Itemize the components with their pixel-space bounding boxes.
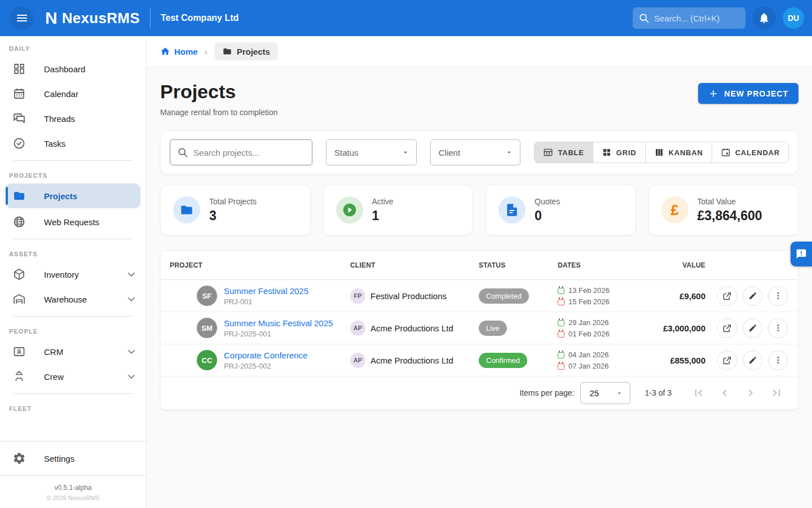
view-kanban-button[interactable]: KANBAN	[645, 142, 712, 163]
home-icon	[160, 46, 170, 56]
first-page-button[interactable]	[687, 382, 710, 404]
more-actions-button[interactable]	[768, 318, 788, 338]
chevron-right-icon	[744, 386, 757, 400]
launch-icon	[722, 291, 732, 301]
prev-page-button[interactable]	[713, 382, 736, 404]
search-icon	[177, 147, 188, 158]
sidebar-item-threads[interactable]: Threads	[0, 106, 146, 131]
sidebar-divider	[14, 160, 133, 161]
edit-project-button[interactable]	[743, 318, 762, 338]
sidebar-item-label: Threads	[44, 114, 75, 124]
edit-project-button[interactable]	[743, 286, 762, 306]
sidebar-item-settings[interactable]: Settings	[0, 446, 146, 471]
sidebar-item-tasks[interactable]: Tasks	[0, 131, 146, 156]
client-avatar: AP	[350, 353, 365, 368]
project-search-input[interactable]	[193, 148, 295, 157]
calendar-start-icon	[558, 352, 564, 358]
column-header-value: VALUE	[641, 261, 705, 269]
client-name: Acme Productions Ltd	[370, 323, 453, 333]
project-name-link[interactable]: Corporate Conference	[224, 351, 307, 360]
project-name-link[interactable]: Summer Festival 2025	[224, 286, 308, 296]
chevron-left-icon	[718, 386, 731, 400]
next-page-button[interactable]	[739, 382, 762, 404]
sidebar-divider	[14, 239, 133, 239]
global-search[interactable]	[633, 7, 745, 29]
project-name-link[interactable]: Summer Music Festival 2025	[224, 318, 333, 328]
more-actions-button[interactable]	[768, 351, 788, 370]
view-table-label: TABLE	[558, 148, 584, 157]
calendar-end-icon	[558, 299, 564, 305]
sidebar-item-label: Crew	[44, 372, 64, 382]
view-grid-button[interactable]: GRID	[593, 142, 646, 163]
sidebar-item-calendar[interactable]: Calendar	[0, 81, 146, 106]
stat-value: 0	[535, 208, 560, 224]
plus-icon	[708, 89, 718, 99]
new-project-button[interactable]: NEW PROJECT	[698, 83, 798, 104]
page-content: Projects Manage rental from to completio…	[147, 67, 812, 508]
chevron-down-icon	[126, 269, 137, 280]
global-search-input[interactable]	[654, 14, 739, 23]
stat-value: 3	[209, 208, 257, 224]
client-name: Festival Productions	[370, 291, 447, 301]
pagination: Items per page: 25 1-3 of 3	[161, 376, 798, 409]
feedback-widget-button[interactable]	[791, 242, 812, 266]
notifications-button[interactable]	[752, 6, 776, 30]
company-name: Test Company Ltd	[161, 13, 239, 23]
user-avatar[interactable]: DU	[783, 7, 804, 29]
nexus-logo-icon: N	[45, 10, 58, 27]
folder-icon	[12, 189, 26, 203]
hamburger-icon	[15, 11, 29, 25]
sidebar-item-label: Dashboard	[44, 64, 85, 74]
breadcrumb-home[interactable]: Home	[160, 46, 198, 56]
open-project-button[interactable]	[717, 286, 737, 306]
status-filter-select[interactable]: Status	[326, 139, 417, 165]
sidebar-item-label: Calendar	[44, 89, 78, 99]
edit-project-button[interactable]	[743, 351, 762, 370]
sidebar-item-projects[interactable]: Projects	[6, 183, 140, 208]
sidebar-item-label: CRM	[44, 347, 63, 357]
open-project-button[interactable]	[717, 351, 737, 370]
caret-down-icon	[401, 148, 409, 156]
warehouse-icon	[12, 292, 26, 306]
calendar-start-icon	[558, 320, 564, 326]
more-actions-button[interactable]	[768, 286, 788, 306]
status-badge: Completed	[479, 288, 529, 304]
menu-button[interactable]	[10, 6, 34, 30]
project-search[interactable]	[170, 139, 312, 165]
kanban-view-icon	[654, 147, 664, 157]
brand-name: NexusRMS	[62, 10, 140, 27]
section-label-assets: ASSETS	[9, 251, 137, 257]
sidebar-item-label: Warehouse	[44, 295, 87, 304]
project-value: £855,000	[641, 356, 705, 365]
view-grid-label: GRID	[616, 148, 637, 157]
app-version: v0.5.1-alpha	[0, 484, 146, 492]
sidebar-item-warehouse[interactable]: Warehouse	[0, 287, 146, 312]
sidebar-item-web-requests[interactable]: Web Requests	[0, 209, 146, 234]
sidebar-item-crm[interactable]: CRM	[0, 339, 146, 364]
first-page-icon	[692, 386, 705, 400]
sidebar-item-crew[interactable]: Crew	[0, 364, 146, 389]
status-badge: Live	[479, 321, 507, 336]
sidebar-item-inventory[interactable]: Inventory	[0, 262, 146, 287]
dashboard-icon	[12, 62, 26, 76]
project-value: £9,600	[641, 291, 705, 301]
column-header-dates: DATES	[558, 261, 641, 269]
grid-view-icon	[602, 147, 612, 157]
dates-cell: 04 Jan 2026 07 Jan 2026	[558, 351, 641, 370]
sidebar-item-dashboard[interactable]: Dashboard	[0, 56, 146, 81]
view-calendar-button[interactable]: CALENDAR	[712, 142, 789, 163]
feedback-bubble-icon	[796, 248, 807, 260]
table-view-icon	[543, 147, 553, 157]
copyright: © 2026 NexusRMS	[0, 494, 146, 501]
view-table-button[interactable]: TABLE	[534, 142, 593, 163]
last-page-button[interactable]	[765, 382, 788, 404]
sidebar-item-label: Projects	[44, 191, 77, 201]
projects-table: PROJECT CLIENT STATUS DATES VALUE SF Sum…	[160, 250, 798, 410]
page-size-select[interactable]: 25	[580, 382, 630, 404]
client-filter-select[interactable]: Client	[430, 139, 521, 165]
stat-card-active: Active 1	[323, 185, 474, 235]
sidebar-divider	[14, 393, 133, 394]
open-project-button[interactable]	[717, 318, 737, 338]
chevron-down-icon	[126, 294, 137, 305]
more-vert-icon	[774, 291, 783, 300]
